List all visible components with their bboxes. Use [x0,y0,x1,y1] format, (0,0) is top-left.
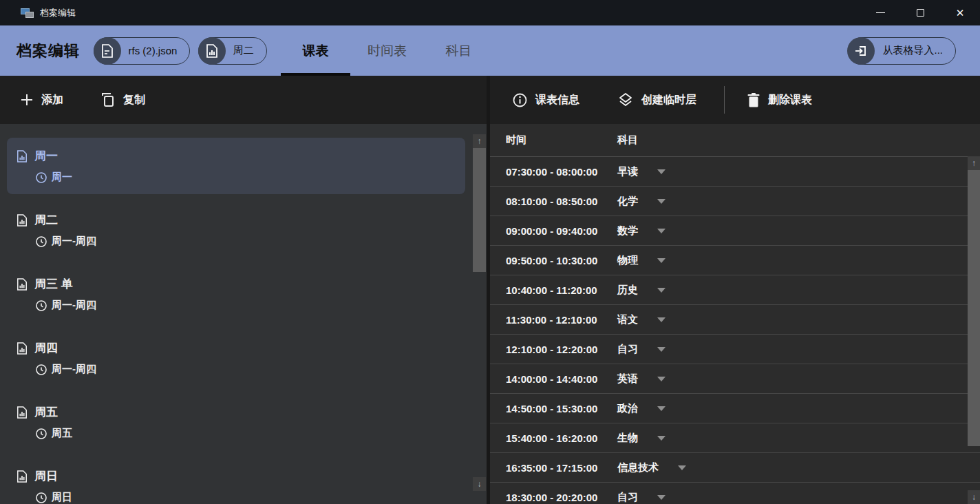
maximize-button[interactable] [900,0,940,25]
scroll-down-button[interactable]: ↓ [473,477,486,491]
schedule-detail-panel: 课表信息 创建临时层 [490,76,980,504]
subject-dropdown[interactable]: 信息技术 [617,461,686,474]
chevron-down-icon [657,229,665,233]
schedule-file-icon [198,37,226,65]
subject-dropdown[interactable]: 语文 [617,313,665,326]
file-chip[interactable]: rfs (2).json [94,37,190,65]
subject-dropdown[interactable]: 早读 [617,165,665,178]
schedule-file-icon [17,342,28,355]
schedule-rule: 周一-周四 [52,299,96,312]
table-row: 08:10:00 - 08:50:00 化学 [490,187,980,216]
chevron-down-icon [657,199,665,204]
schedule-list-item[interactable]: 周三 单 周一-周四 [7,266,465,322]
clock-icon [36,492,47,503]
clock-icon [36,300,47,311]
chevron-down-icon [657,317,665,322]
delete-schedule-label: 删除课表 [768,93,812,107]
create-temp-layer-button[interactable]: 创建临时层 [618,92,696,107]
schedule-name: 周一 [34,148,58,164]
subject-dropdown[interactable]: 自习 [617,491,665,504]
close-button[interactable]: ✕ [940,0,980,25]
subject-cell-label: 数学 [617,224,638,238]
schedule-info-button[interactable]: 课表信息 [513,93,579,107]
minimize-button[interactable] [860,0,900,25]
schedule-list-item[interactable]: 周一 周一 [7,138,465,194]
subject-dropdown[interactable]: 生物 [617,432,665,445]
app-icon [21,8,34,19]
schedule-chip-label: 周二 [233,44,254,57]
subject-cell-label: 自习 [617,343,638,356]
file-chip-label: rfs (2).json [129,45,178,56]
clock-icon [36,364,47,375]
subject-dropdown[interactable]: 化学 [617,195,665,208]
schedule-file-icon [17,150,28,162]
schedule-rule: 周一-周四 [52,363,96,376]
subject-cell-label: 英语 [617,372,638,386]
right-scrollbar-thumb[interactable] [968,170,980,446]
schedule-name: 周二 [34,212,58,228]
time-cell: 11:30:00 - 12:10:00 [490,314,617,326]
info-icon [513,93,527,107]
time-cell: 08:10:00 - 08:50:00 [490,196,617,207]
maximize-icon [917,9,924,17]
left-toolbar: 添加 复制 [0,76,487,124]
time-cell: 07:30:00 - 08:00:00 [490,166,617,178]
subject-dropdown[interactable]: 历史 [617,284,665,297]
schedule-rule: 周一-周四 [52,235,96,248]
schedule-list-item[interactable]: 周二 周一-周四 [7,202,465,258]
copy-button-label: 复制 [123,93,145,107]
tab-label: 课表 [303,42,329,60]
tab-timetable[interactable]: 时间表 [352,25,422,76]
left-scrollbar-thumb[interactable] [473,148,486,272]
subject-dropdown[interactable]: 物理 [617,254,665,267]
chevron-down-icon [678,465,686,470]
schedule-name: 周日 [34,468,58,484]
left-scrollbar[interactable]: ↑ ↓ [473,134,486,504]
time-cell: 16:35:00 - 17:15:00 [490,462,617,474]
copy-icon [101,93,115,107]
subject-cell-label: 语文 [617,313,638,326]
schedule-table: 时间 科目 07:30:00 - 08:00:00 早读 08:10:00 - … [490,124,980,504]
import-button-label: 从表格导入... [882,44,943,57]
window-title: 档案编辑 [40,7,76,19]
time-cell: 18:30:00 - 20:20:00 [490,492,617,503]
subject-cell-label: 信息技术 [617,461,659,474]
schedule-list-item[interactable]: 周日 周日 [7,458,465,504]
chevron-down-icon [657,406,665,411]
subject-dropdown[interactable]: 自习 [617,343,665,356]
trash-icon [747,93,760,107]
table-row: 16:35:00 - 17:15:00 信息技术 [490,453,980,483]
table-row: 11:30:00 - 12:10:00 语文 [490,305,980,335]
schedule-list-item[interactable]: 周四 周一-周四 [7,330,465,386]
table-row: 15:40:00 - 16:20:00 生物 [490,423,980,453]
copy-schedule-button[interactable]: 复制 [101,93,145,107]
tab-schedule[interactable]: 课表 [281,25,350,76]
subject-cell-label: 历史 [617,284,638,297]
schedule-chip[interactable]: 周二 [198,37,267,65]
tab-subjects[interactable]: 科目 [424,25,493,76]
clock-icon [36,428,47,439]
subject-dropdown[interactable]: 数学 [617,224,665,238]
create-temp-layer-label: 创建临时层 [641,93,696,107]
table-row: 12:10:00 - 12:20:00 自习 [490,335,980,364]
scroll-up-button[interactable]: ↑ [473,134,486,148]
schedule-list-item[interactable]: 周五 周五 [7,394,465,450]
schedule-list: 周一 周一 周二 [0,124,487,504]
subject-dropdown[interactable]: 英语 [617,372,665,386]
import-from-table-button[interactable]: 从表格导入... [848,37,956,65]
layers-icon [618,92,633,107]
delete-schedule-button[interactable]: 删除课表 [747,93,812,107]
toolbar-divider [724,86,725,114]
scroll-up-button[interactable]: ↑ [968,156,980,170]
chevron-down-icon [657,377,665,381]
subject-cell-label: 政治 [617,402,638,415]
right-scrollbar[interactable]: ↑ ↓ [968,156,980,504]
scroll-down-button[interactable]: ↓ [968,490,980,504]
chevron-down-icon [657,436,665,441]
chevron-down-icon [657,258,665,263]
subject-dropdown[interactable]: 政治 [617,402,665,415]
add-schedule-button[interactable]: 添加 [21,93,63,107]
plus-icon [21,94,33,106]
title-bar: 档案编辑 ✕ [0,0,980,25]
table-row: 14:50:00 - 15:30:00 政治 [490,394,980,423]
